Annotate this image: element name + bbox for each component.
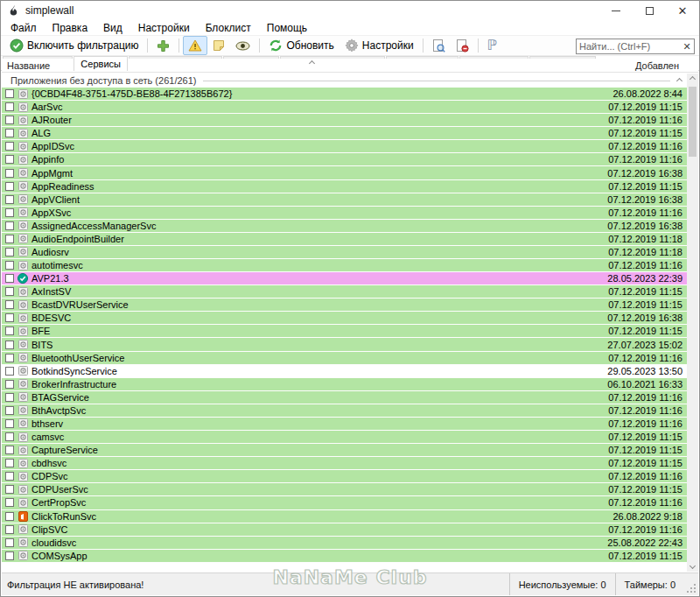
table-row[interactable]: AppReadiness 07.12.2019 11:15 (2, 180, 687, 193)
maximize-button[interactable] (633, 1, 666, 20)
row-checkbox[interactable] (5, 300, 14, 309)
table-row[interactable]: CaptureService 07.12.2019 11:15 (2, 444, 687, 457)
row-checkbox[interactable] (5, 380, 14, 389)
row-checkbox[interactable] (5, 512, 14, 521)
table-row[interactable]: BTAGService 07.12.2019 11:16 (2, 391, 687, 404)
table-row[interactable]: Appinfo 07.12.2019 11:16 (2, 153, 687, 166)
table-row[interactable]: BrokerInfrastructure 06.10.2021 16:33 (2, 378, 687, 391)
table-row[interactable]: cbdhsvc 07.12.2019 11:15 (2, 457, 687, 470)
column-header-added[interactable]: Добавлен (635, 60, 698, 71)
row-checkbox[interactable] (5, 248, 14, 256)
row-checkbox[interactable] (5, 446, 14, 454)
table-row[interactable]: COMSysApp 07.12.2019 11:15 (2, 550, 687, 563)
enable-filtering-button[interactable]: Включить фильтрацию (4, 36, 144, 55)
group-header[interactable]: Приложения без доступа в сеть (261/261) (2, 74, 687, 88)
row-checkbox[interactable] (5, 116, 14, 124)
table-row[interactable]: AxInstSV 07.12.2019 11:15 (2, 285, 687, 298)
donate-paypal-button[interactable]: ℙ (482, 36, 502, 55)
clear-log-button[interactable] (451, 36, 474, 55)
row-checkbox[interactable] (5, 142, 14, 151)
table-row[interactable]: BITS 27.07.2023 15:02 (2, 338, 687, 351)
row-checkbox[interactable] (5, 472, 14, 481)
table-row[interactable]: BthAvctpSvc 07.12.2019 11:16 (2, 404, 687, 418)
row-checkbox[interactable] (5, 208, 14, 217)
row-checkbox[interactable] (5, 538, 14, 547)
row-checkbox[interactable] (5, 261, 14, 270)
vertical-scrollbar[interactable] (687, 74, 698, 572)
group-collapse-icon[interactable] (676, 77, 682, 83)
table-row[interactable]: BDESVC 07.12.2019 16:38 (2, 312, 687, 325)
open-log-button[interactable] (427, 36, 451, 55)
table-row[interactable]: bthserv 07.12.2019 11:16 (2, 418, 687, 431)
row-checkbox[interactable] (5, 419, 14, 428)
minimize-button[interactable] (599, 1, 633, 20)
table-row[interactable]: AppIDSvc 07.12.2019 11:16 (2, 140, 687, 153)
row-checkbox[interactable] (5, 432, 14, 441)
row-checkbox[interactable] (5, 367, 14, 376)
resize-grip[interactable] (684, 573, 698, 595)
table-row[interactable]: ALG 07.12.2019 11:15 (2, 127, 687, 140)
row-checkbox[interactable] (5, 129, 14, 137)
row-checkbox[interactable] (5, 341, 14, 349)
close-button[interactable]: ✕ (666, 1, 699, 20)
tab-services[interactable]: Сервисы (74, 56, 128, 71)
table-row[interactable]: AssignedAccessManagerSvc 07.12.2019 16:3… (2, 220, 687, 233)
row-checkbox[interactable] (5, 393, 14, 402)
add-rule-button[interactable] (151, 36, 175, 55)
table-row[interactable]: CertPropSvc 07.12.2019 11:16 (2, 496, 687, 509)
row-checkbox[interactable] (5, 102, 14, 111)
table-row[interactable]: BotkindSyncService 29.05.2023 13:50 (2, 365, 687, 378)
table-row[interactable]: autotimesvc 07.12.2019 11:16 (2, 259, 687, 272)
show-notes-button[interactable] (207, 36, 230, 55)
search-input[interactable] (577, 40, 682, 53)
row-checkbox[interactable] (5, 235, 14, 243)
row-checkbox[interactable] (5, 89, 14, 98)
settings-button[interactable]: Настройки (340, 36, 419, 55)
row-checkbox[interactable] (5, 498, 14, 507)
scrollbar-thumb[interactable] (689, 87, 696, 157)
table-row[interactable]: ClickToRunSvc 26.08.2022 9:18 (2, 510, 687, 523)
show-hidden-button[interactable] (230, 36, 256, 55)
row-checkbox[interactable] (5, 287, 14, 296)
table-row[interactable]: AppXSvc 07.12.2019 11:16 (2, 207, 687, 220)
row-checkbox[interactable] (5, 551, 14, 560)
table-row[interactable]: BFE 07.12.2019 11:15 (2, 325, 687, 338)
row-checkbox[interactable] (5, 274, 14, 283)
table-row[interactable]: ClipSVC 07.12.2019 11:16 (2, 523, 687, 537)
show-warnings-button[interactable] (183, 36, 207, 55)
table-row[interactable]: Audiosrv 07.12.2019 11:18 (2, 246, 687, 259)
row-checkbox[interactable] (5, 406, 14, 415)
menu-item-blocklist[interactable]: Блоклист (198, 21, 259, 35)
table-row[interactable]: AudioEndpointBuilder 07.12.2019 11:18 (2, 233, 687, 246)
row-checkbox[interactable] (5, 182, 14, 191)
row-checkbox[interactable] (5, 354, 14, 362)
table-row[interactable]: CDPUserSvc 07.12.2019 11:15 (2, 483, 687, 496)
menu-item-settings[interactable]: Настройки (130, 21, 198, 35)
row-checkbox[interactable] (5, 155, 14, 164)
row-checkbox[interactable] (5, 485, 14, 494)
table-row[interactable]: CDPSvc 07.12.2019 11:16 (2, 470, 687, 483)
table-row[interactable]: AarSvc 07.12.2019 11:15 (2, 101, 687, 114)
column-header-name[interactable]: Название (2, 60, 50, 71)
table-row[interactable]: BcastDVRUserService 07.12.2019 11:15 (2, 298, 687, 312)
scroll-down-button[interactable] (687, 560, 698, 572)
table-row[interactable]: camsvc 07.12.2019 11:15 (2, 431, 687, 444)
scroll-up-button[interactable] (687, 74, 698, 85)
table-row[interactable]: BluetoothUserService 07.12.2019 11:16 (2, 352, 687, 365)
menu-item-file[interactable]: Файл (3, 21, 45, 35)
row-checkbox[interactable] (5, 195, 14, 204)
table-row[interactable]: AJRouter 07.12.2019 11:16 (2, 114, 687, 127)
table-row[interactable]: AppVClient 07.12.2019 16:38 (2, 193, 687, 207)
table-row[interactable]: cloudidsvc 25.08.2022 22:43 (2, 537, 687, 550)
menu-item-edit[interactable]: Правка (45, 21, 96, 35)
row-checkbox[interactable] (5, 221, 14, 230)
search-close-icon[interactable]: ✕ (682, 42, 694, 52)
table-row[interactable]: AppMgmt 07.12.2019 16:38 (2, 166, 687, 179)
row-checkbox[interactable] (5, 459, 14, 467)
menu-item-help[interactable]: Помощь (259, 21, 315, 35)
row-checkbox[interactable] (5, 313, 14, 322)
menu-item-view[interactable]: Вид (95, 21, 130, 35)
table-row[interactable]: {0CBD4F48-3751-475D-BE88-4F271385B672} 2… (2, 88, 687, 101)
refresh-button[interactable]: Обновить (263, 36, 339, 55)
table-row[interactable]: AVP21.3 28.05.2023 22:39 (2, 272, 687, 285)
